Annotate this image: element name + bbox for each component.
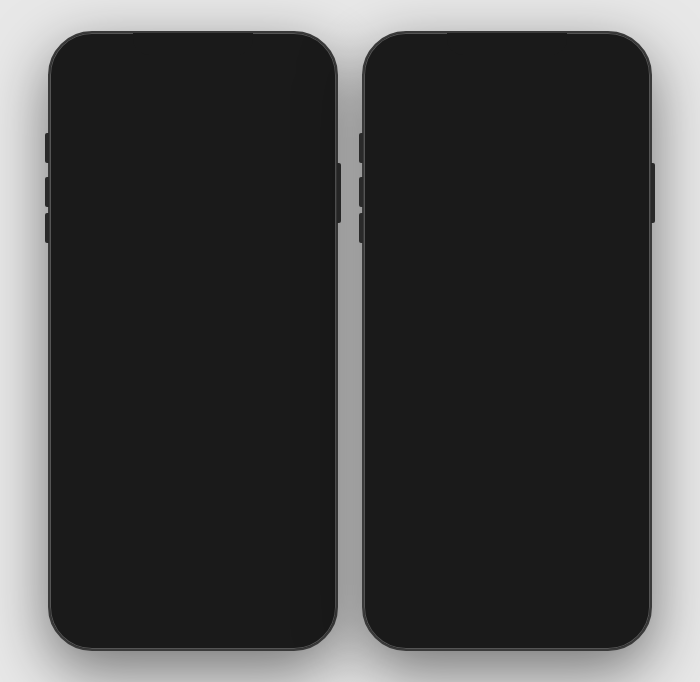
tab-months-right[interactable]: Months [440,559,499,581]
nav-photos-right[interactable]: Photos [381,596,433,638]
signal-left [246,64,261,74]
row3-left [60,363,326,453]
tab-allphotos-right[interactable]: All Photos [556,552,628,588]
status-icons-left: ▲ wifi [233,63,308,75]
phone-right: 3:43 ▲ wifi [362,31,652,651]
photo-grid-right: Jun 15 Santa Cruz Beach Boardwalk Select… [374,43,640,543]
bottom-tabs-left: Years Months Days All Photos Photos [60,543,326,639]
more-button-left[interactable]: ··· [288,83,312,107]
nav-photos-left[interactable]: Photos [67,596,119,638]
photo-coral-left[interactable] [149,263,238,363]
svg-line-11 [611,615,617,621]
svg-rect-6 [397,606,415,619]
select-button-right[interactable]: Select [541,85,596,105]
photo-header-left: Sunday Monterey Select ··· [60,79,326,125]
time-tabs-right: Years Months Days All Photos [374,544,640,592]
photo-header-right: Jun 15 Santa Cruz Beach Boardwalk Select… [374,79,640,125]
row3-right [374,373,640,543]
signal-right [560,64,575,74]
tab-allphotos-left[interactable]: All Photos [242,552,314,588]
photo-fish-left[interactable] [60,263,149,363]
phone-left: 3:43 ▲ wifi [48,31,338,651]
nav-photos-label-right: Photos [393,624,421,634]
wifi-icon-right: wifi [579,63,597,75]
status-icons-right: ▲ wifi [547,63,622,75]
status-time-left: 3:43 [78,61,102,75]
nav-search-left[interactable]: Search [267,596,320,638]
location-icon-left: ▲ [233,64,242,74]
nav-search-label-right: Search [593,624,622,634]
row4-left [60,453,326,543]
albums-icon-left [216,600,238,622]
battery-right [601,65,622,74]
nav-photos-label-left: Photos [79,624,107,634]
bottom-tabs-right: Years Months Days All Photos Photos [374,543,640,639]
tab-days-right[interactable]: Days [504,559,553,581]
status-time-right: 3:43 [392,61,416,75]
tab-years-right[interactable]: Years [386,559,436,581]
home-indicator-left [143,629,243,633]
photo-people-right[interactable] [552,458,640,543]
select-button-left[interactable]: Select [227,85,282,105]
location-icon-right: ▲ [547,64,556,74]
photo-right-col [552,373,640,543]
photos-icon-left [82,600,104,622]
nav-search-right[interactable]: Search [581,596,634,638]
photo-beach-pier-left[interactable] [149,363,326,453]
photos-icon-right [396,600,418,622]
photo-beach-bottom-left[interactable] [60,453,326,543]
tab-years-left[interactable]: Years [72,559,122,581]
svg-rect-0 [83,606,101,619]
row2-left [60,263,326,363]
search-icon-right [596,600,618,622]
photo-beach-sand-left[interactable] [60,363,149,453]
header-buttons-left: Select ··· [227,83,312,107]
search-icon-left [282,600,304,622]
more-button-right[interactable]: ··· [602,83,626,107]
row2-right [374,273,640,373]
foryou-icon-right [462,600,484,622]
photo-title-left: Sunday Monterey [74,83,146,117]
time-tabs-left: Years Months Days All Photos [60,544,326,592]
photo-grid-left: 0:10 Sunday Monterey Select ··· [60,43,326,543]
screen-right: 3:43 ▲ wifi [374,43,640,639]
svg-line-5 [297,615,303,621]
photo-title-right: Jun 15 Santa Cruz Beach Boardwalk [388,83,532,117]
albums-icon-right [530,600,552,622]
tab-days-left[interactable]: Days [190,559,239,581]
nav-search-label-left: Search [279,624,308,634]
battery-left [287,65,308,74]
tab-months-left[interactable]: Months [126,559,185,581]
status-bar-left: 3:43 ▲ wifi [60,43,326,79]
wifi-icon-left: wifi [265,63,283,75]
screen-left: 3:43 ▲ wifi [60,43,326,639]
video-duration-left: 0:10 [296,247,322,259]
foryou-icon-left [148,600,170,622]
status-bar-right: 3:43 ▲ wifi [374,43,640,79]
header-buttons-right: Select ··· [541,83,626,107]
home-indicator-right [457,629,557,633]
photo-beach2-right[interactable] [551,273,640,373]
